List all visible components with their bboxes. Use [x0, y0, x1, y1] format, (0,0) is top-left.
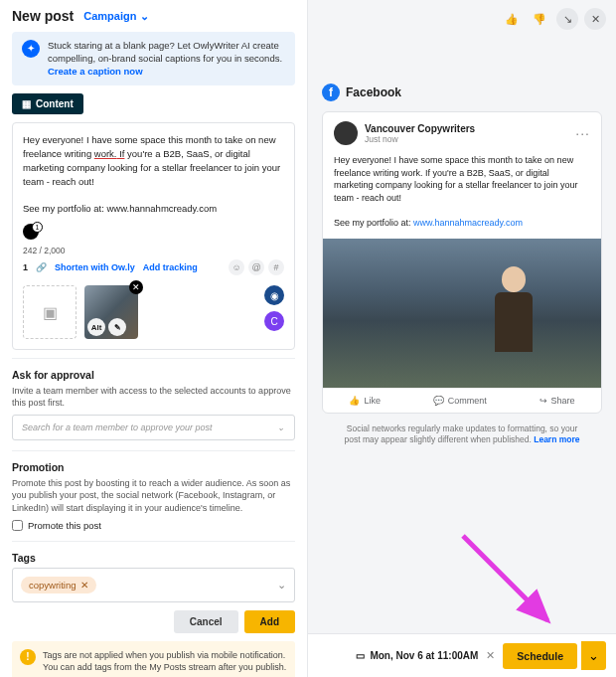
preview-body-text: Hey everyone! I have some space this mon… [334, 155, 578, 203]
campaign-label: Campaign [83, 10, 136, 22]
content-icon: ▦ [22, 98, 31, 109]
chevron-down-icon: ⌄ [277, 423, 285, 432]
warning-text: Tags are not applied when you publish vi… [43, 649, 287, 673]
link-icon: 🔗 [36, 262, 47, 272]
schedule-dropdown-button[interactable]: ⌄ [581, 641, 606, 670]
content-tab-label: Content [36, 98, 74, 109]
close-icon[interactable]: ✕ [584, 8, 606, 30]
page-title: New post [12, 8, 74, 24]
cancel-button[interactable]: Cancel [174, 610, 238, 633]
like-label: Like [364, 396, 381, 406]
clear-schedule-icon[interactable]: ✕ [486, 649, 495, 662]
preview-disclaimer: Social networks regularly make updates t… [308, 414, 616, 447]
like-button[interactable]: 👍Like [349, 396, 381, 406]
preview-author: Vancouver Copywriters [365, 123, 475, 134]
more-icon[interactable]: ··· [575, 125, 590, 141]
comment-button[interactable]: 💬Comment [433, 396, 487, 406]
approval-desc: Invite a team member with access to the … [12, 385, 295, 409]
char-counter: 242 / 2,000 [23, 246, 284, 255]
share-button[interactable]: ↪Share [539, 396, 575, 406]
footer-bar: ▭ Mon, Nov 6 at 11:00AM ✕ Schedule ⌄ [308, 633, 616, 677]
learn-more-link[interactable]: Learn more [534, 434, 579, 444]
preview-image [323, 239, 601, 388]
preview-portfolio-link[interactable]: www.hannahmacready.com [413, 218, 523, 228]
datetime-label: Mon, Nov 6 at 11:00AM [370, 650, 478, 661]
promote-checkbox[interactable] [12, 520, 23, 531]
approval-search-input[interactable]: Search for a team member to approve your… [12, 415, 295, 440]
preview-time: Just now [365, 134, 475, 144]
campaign-selector[interactable]: Campaign ⌄ [83, 10, 149, 23]
warning-icon: ! [20, 649, 36, 665]
network-badge[interactable] [23, 224, 39, 240]
add-tracking-link[interactable]: Add tracking [143, 262, 198, 272]
thumbs-down-icon[interactable]: 👎 [529, 8, 550, 30]
tags-input[interactable]: copywriting ✕ ⌄ [12, 568, 295, 602]
link-count: 1 [23, 262, 28, 272]
avatar [334, 121, 358, 145]
alt-text-button[interactable]: Alt [87, 318, 105, 336]
promote-label: Promote this post [28, 520, 101, 531]
sparkle-icon: ✦ [22, 40, 40, 58]
facebook-logo-icon: f [322, 84, 340, 101]
tags-title: Tags [12, 552, 295, 564]
preview-portfolio-label: See my portfolio at: [334, 218, 413, 228]
shorten-link[interactable]: Shorten with Ow.ly [55, 262, 135, 272]
ai-banner: ✦ Stuck staring at a blank page? Let Owl… [12, 32, 295, 85]
image-icon: ▣ [43, 303, 58, 322]
thumbs-up-icon[interactable]: 👍 [501, 8, 523, 30]
share-label: Share [551, 396, 575, 406]
approval-title: Ask for approval [12, 369, 295, 381]
media-thumbnail[interactable]: ✕ Alt ✎ [84, 285, 138, 339]
comment-icon: 💬 [433, 396, 444, 406]
add-tag-button[interactable]: Add [244, 610, 295, 633]
comment-label: Comment [448, 396, 487, 406]
remove-tag-icon[interactable]: ✕ [80, 580, 88, 591]
chevron-down-icon: ⌄ [140, 10, 149, 23]
banner-text: Stuck staring at a blank page? Let OwlyW… [48, 40, 282, 64]
remove-media-icon[interactable]: ✕ [129, 280, 143, 294]
share-icon: ↪ [539, 396, 547, 406]
at-icon[interactable]: @ [248, 259, 264, 275]
canva-icon[interactable]: C [264, 311, 284, 331]
facebook-preview-card: Vancouver Copywriters Just now ··· Hey e… [322, 111, 602, 414]
tag-label: copywriting [29, 580, 77, 591]
tags-warning: ! Tags are not applied when you publish … [12, 641, 295, 677]
post-text[interactable]: Hey everyone! I have some space this mon… [23, 133, 284, 216]
emoji-icon[interactable]: ☺ [229, 259, 244, 275]
tag-chip[interactable]: copywriting ✕ [21, 577, 96, 593]
approval-placeholder: Search for a team member to approve your… [22, 423, 213, 432]
preview-network-title: Facebook [346, 85, 401, 99]
minimize-icon[interactable]: ↘ [556, 8, 578, 30]
edit-media-button[interactable]: ✎ [108, 318, 126, 336]
calendar-icon: ▭ [356, 650, 365, 661]
hashtag-icon[interactable]: # [268, 259, 284, 275]
content-editor: Hey everyone! I have some space this mon… [12, 122, 295, 350]
promotion-title: Promotion [12, 461, 295, 473]
promote-checkbox-row[interactable]: Promote this post [12, 520, 295, 531]
library-icon[interactable]: ◉ [264, 285, 284, 305]
chevron-down-icon: ⌄ [277, 579, 286, 592]
schedule-button[interactable]: Schedule [503, 643, 577, 669]
promotion-desc: Promote this post by boosting it to reac… [12, 477, 295, 513]
text-error: work. [94, 148, 117, 159]
content-tab[interactable]: ▦ Content [12, 93, 83, 114]
add-media-button[interactable]: ▣ [23, 285, 77, 339]
like-icon: 👍 [349, 396, 360, 406]
text-seg: See my portfolio at: www.hannahmcready.c… [23, 203, 217, 214]
scheduled-time[interactable]: ▭ Mon, Nov 6 at 11:00AM [356, 650, 478, 661]
create-caption-link[interactable]: Create a caption now [48, 66, 143, 77]
